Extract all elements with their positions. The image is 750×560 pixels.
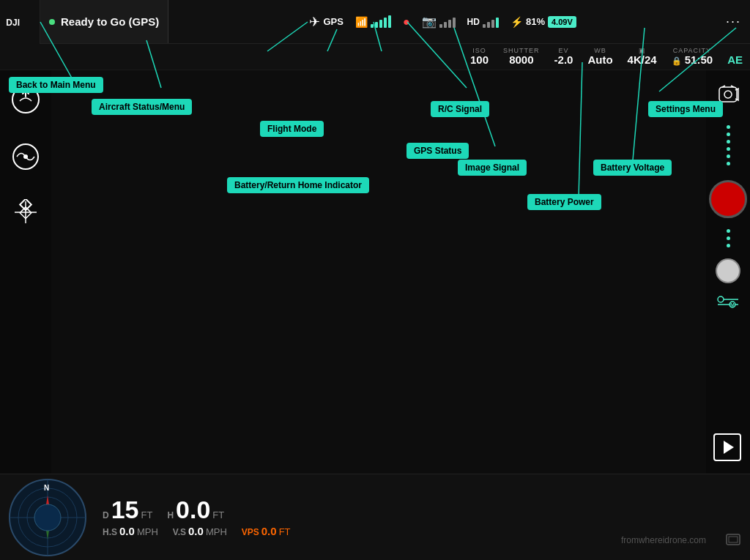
- vspeed-item: V.S 0.0 MPH: [173, 525, 227, 537]
- height-unit: FT: [212, 509, 224, 520]
- settings-mode-button[interactable]: M: [716, 294, 740, 318]
- playback-button[interactable]: [713, 433, 741, 461]
- signal-dot-3: [379, 20, 382, 28]
- capacity-setting: CAPACITY 🔒 51:50: [672, 47, 713, 67]
- zoom-dot-1: [727, 125, 730, 129]
- svg-point-19: [718, 296, 724, 302]
- telemetry-row-1: D 15 FT H 0.0 FT: [103, 497, 750, 522]
- cam-dot-2: [444, 22, 447, 28]
- signal-dot-1: [371, 24, 374, 28]
- height-item: H 0.0 FT: [167, 497, 224, 522]
- hspeed-label: H.S: [103, 527, 117, 537]
- battery-return-label: Battery/Return Home Indicator: [227, 177, 369, 193]
- vspeed-unit: MPH: [206, 526, 227, 537]
- wb-setting[interactable]: WB Auto: [587, 47, 612, 67]
- ready-status[interactable]: Ready to Go (GPS): [40, 0, 168, 43]
- iso-value: 100: [470, 54, 489, 67]
- vspeed-label: V.S: [173, 527, 186, 537]
- main-view: [51, 70, 706, 474]
- svg-text:M: M: [730, 302, 735, 307]
- zoom-indicator: [727, 125, 730, 165]
- vps-item: VPS 0.0 FT: [242, 525, 291, 537]
- cam-dot-4: [453, 18, 456, 28]
- battery-power-label: Battery Power: [527, 194, 601, 210]
- zoom-dot-5: [727, 154, 730, 158]
- wb-value: Auto: [587, 54, 612, 67]
- hspeed-unit: MPH: [137, 526, 158, 537]
- height-label: H: [167, 510, 174, 520]
- shutter-value: 8000: [509, 54, 533, 67]
- battery-voltage-badge: 4.09V: [548, 16, 576, 28]
- res-value: 4K/24: [628, 54, 657, 67]
- capacity-value: 🔒 51:50: [672, 54, 713, 67]
- zoom-dot-l1: [727, 229, 730, 233]
- resolution-setting[interactable]: ▣ 4K/24: [628, 47, 657, 67]
- hd-dot-2: [487, 22, 490, 28]
- vps-label: VPS: [242, 527, 259, 537]
- svg-point-13: [23, 154, 28, 159]
- zoom-dot-l3: [727, 244, 730, 247]
- zoom-dot-3: [727, 140, 730, 143]
- signal-dot-5: [388, 15, 391, 28]
- hspeed-item: H.S 0.0 MPH: [103, 525, 158, 537]
- rc-signal-indicator: ●: [403, 15, 410, 29]
- top-center-icons: ✈ GPS 📶 ● 📷: [168, 14, 717, 30]
- ev-value: -2.0: [554, 54, 573, 67]
- website-label: fromwhereidrone.com: [621, 535, 706, 545]
- signal-dots: [371, 16, 391, 28]
- hd-dot-1: [483, 24, 486, 28]
- more-menu-button[interactable]: ···: [717, 14, 750, 29]
- rc-signal-label: R/C Signal: [431, 101, 489, 117]
- more-dots-icon: ···: [726, 14, 741, 29]
- record-button[interactable]: [709, 180, 747, 218]
- vspeed-value: 0.0: [188, 525, 204, 537]
- svg-text:N: N: [44, 484, 49, 492]
- ae-value: AE: [727, 54, 743, 67]
- height-value: 0.0: [176, 497, 210, 522]
- cam-dot-3: [448, 20, 451, 28]
- hd-dot-4: [496, 18, 499, 28]
- top-bar: DJI Ready to Go (GPS) ✈ GPS 📶 ●: [0, 0, 750, 44]
- flight-mode-label: Flight Mode: [260, 121, 324, 137]
- camera-icon: 📷: [422, 15, 437, 29]
- signal-group: 📶: [355, 16, 391, 28]
- camera-signal-dots: [439, 16, 456, 28]
- svg-point-35: [34, 504, 61, 531]
- aircraft-status-label: Aircraft Status/Menu: [92, 99, 192, 115]
- drone-icon: ✈: [309, 14, 320, 30]
- svg-text:DJI: DJI: [6, 17, 20, 27]
- image-signal-label: Image Signal: [458, 160, 527, 176]
- cam-dot-1: [439, 24, 442, 28]
- hd-dot-3: [491, 20, 494, 28]
- distance-unit: FT: [141, 509, 153, 520]
- ev-setting[interactable]: EV -2.0: [554, 47, 573, 67]
- dji-logo: DJI: [0, 0, 40, 44]
- vps-value: 0.0: [261, 525, 277, 537]
- hspeed-value: 0.0: [119, 525, 135, 537]
- gps-label: GPS: [323, 16, 343, 27]
- ready-text: Ready to Go (GPS): [61, 15, 159, 28]
- battery-fa-icon: ⚡: [510, 16, 523, 28]
- zoom-indicator-lower: [727, 229, 730, 247]
- distance-label: D: [103, 510, 109, 520]
- telemetry-display: D 15 FT H 0.0 FT H.S 0.0 MPH V.S 0.0 MPH: [95, 497, 750, 537]
- ae-setting[interactable]: AE: [727, 47, 743, 67]
- battery-voltage-label: Battery Voltage: [593, 160, 672, 176]
- svg-rect-37: [729, 537, 738, 542]
- status-indicator: [49, 19, 55, 25]
- gps-group[interactable]: ✈ GPS: [309, 14, 343, 30]
- zoom-dot-6: [727, 162, 730, 165]
- battery-percentage: 81%: [526, 16, 545, 27]
- shutter-setting[interactable]: SHUTTER 8000: [503, 47, 540, 67]
- shutter-button[interactable]: [716, 258, 740, 283]
- back-to-main-label: Back to Main Menu: [9, 77, 103, 93]
- right-sidebar: M: [706, 70, 750, 472]
- gps-status-label: GPS Status: [406, 143, 469, 159]
- attitude-mode-button[interactable]: [12, 143, 40, 173]
- screenshot-icon[interactable]: [725, 531, 741, 551]
- iso-setting[interactable]: ISO 100: [470, 47, 489, 67]
- signal-icon: 📶: [355, 16, 368, 28]
- signal-dot-2: [375, 22, 378, 28]
- waypoint-button[interactable]: [12, 199, 39, 228]
- signal-dot-4: [384, 18, 387, 28]
